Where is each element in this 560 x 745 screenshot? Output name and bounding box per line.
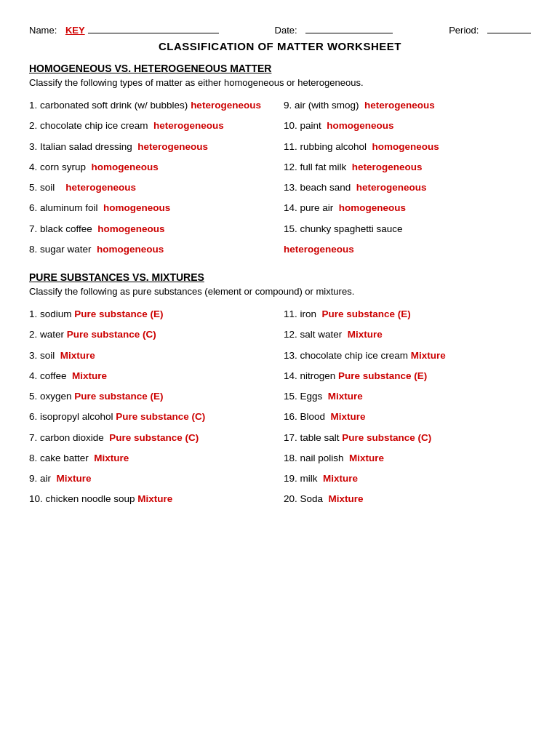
item-answer: heterogeneous bbox=[191, 100, 261, 111]
item-num: 5. soil bbox=[29, 182, 65, 193]
item-num: 20. Soda bbox=[284, 493, 329, 504]
list-item: 17. table salt Pure substance (C) bbox=[284, 428, 531, 448]
item-answer: homogeneous bbox=[339, 202, 406, 213]
list-item: 12. salt water Mixture bbox=[284, 324, 531, 345]
list-item: 3. Italian salad dressing heterogeneous bbox=[29, 137, 276, 157]
list-item: 7. carbon dioxide Pure substance (C) bbox=[29, 428, 276, 448]
item-num: 16. Blood bbox=[284, 411, 331, 422]
item-num: 1. carbonated soft drink (w/ bubbles) bbox=[29, 100, 191, 111]
item-num: 4. corn syrup bbox=[29, 162, 92, 172]
item-num: 17. table salt bbox=[284, 432, 342, 443]
item-answer: heterogeneous bbox=[65, 182, 136, 193]
item-num: 3. Italian salad dressing bbox=[29, 141, 137, 152]
item-answer: Pure substance (C) bbox=[109, 432, 199, 443]
item-answer: Mixture bbox=[349, 453, 384, 463]
date-underline bbox=[305, 22, 393, 33]
item-num: 12. salt water bbox=[284, 329, 348, 340]
item-num: 18. nail polish bbox=[284, 453, 349, 463]
list-item: 20. Soda Mixture bbox=[284, 489, 531, 509]
item-answer: homogeneous bbox=[372, 141, 439, 152]
item-answer: heterogeneous bbox=[284, 244, 354, 255]
item-answer: homogeneous bbox=[97, 223, 164, 234]
item-answer: Mixture bbox=[329, 493, 364, 504]
list-item: 11. iron Pure substance (E) bbox=[284, 304, 531, 324]
item-num: 4. coffee bbox=[29, 370, 72, 381]
list-item: 9. air Mixture bbox=[29, 469, 276, 489]
item-num: 14. pure air bbox=[284, 202, 339, 213]
page-title: CLASSIFICATION OF MATTER WORKSHEET bbox=[29, 40, 531, 52]
key-value: KEY bbox=[65, 25, 85, 36]
list-item: 6. isopropyl alcohol Pure substance (C) bbox=[29, 407, 276, 427]
item-num: 1. sodium bbox=[29, 308, 74, 319]
period-label: Period: bbox=[449, 25, 479, 36]
item-answer: Mixture bbox=[411, 350, 446, 361]
item-num: 9. air bbox=[29, 473, 57, 484]
item-answer: Mixture bbox=[331, 411, 366, 422]
item-answer: heterogeneous bbox=[356, 182, 427, 193]
item-answer: Mixture bbox=[137, 493, 172, 504]
item-num: 7. black coffee bbox=[29, 223, 97, 234]
period-underline bbox=[487, 22, 531, 33]
item-num: 9. air (with smog) bbox=[284, 100, 364, 111]
list-item: 13. beach sand heterogeneous bbox=[284, 178, 531, 198]
item-num: 2. water bbox=[29, 329, 67, 340]
item-answer: heterogeneous bbox=[137, 141, 208, 152]
item-answer: homogeneous bbox=[97, 244, 164, 255]
list-item: 7. black coffee homogeneous bbox=[29, 219, 276, 239]
item-num: 2. chocolate chip ice cream bbox=[29, 120, 153, 131]
item-answer: Pure substance (C) bbox=[342, 432, 431, 443]
item-num: 8. cake batter bbox=[29, 453, 94, 463]
list-item: 14. nitrogen Pure substance (E) bbox=[284, 366, 531, 386]
list-item: 15. chunky spaghetti sauce bbox=[284, 219, 531, 239]
name-label: Name: bbox=[29, 25, 57, 36]
section1-grid: 1. carbonated soft drink (w/ bubbles) he… bbox=[29, 95, 531, 260]
list-item: 15. Eggs Mixture bbox=[284, 386, 531, 407]
item-answer: Pure substance (E) bbox=[322, 308, 411, 319]
list-item: 5. oxygen Pure substance (E) bbox=[29, 386, 276, 407]
name-underline bbox=[88, 22, 219, 33]
item-answer: Mixture bbox=[323, 473, 358, 484]
item-answer: Pure substance (C) bbox=[116, 411, 205, 422]
item-answer: Mixture bbox=[94, 453, 129, 463]
list-item: 11. rubbing alcohol homogeneous bbox=[284, 137, 531, 157]
list-item: 12. full fat milk heterogeneous bbox=[284, 157, 531, 178]
list-item: 6. aluminum foil homogeneous bbox=[29, 198, 276, 218]
item-answer: heterogeneous bbox=[364, 100, 435, 111]
date-label: Date: bbox=[275, 25, 297, 36]
list-item: 4. corn syrup homogeneous bbox=[29, 157, 276, 178]
item-answer: homogeneous bbox=[92, 162, 159, 172]
item-num: 13. chocolate chip ice cream bbox=[284, 350, 411, 361]
item-num: 11. rubbing alcohol bbox=[284, 141, 372, 152]
item-num: 15. Eggs bbox=[284, 391, 328, 402]
list-item: 1. carbonated soft drink (w/ bubbles) he… bbox=[29, 95, 276, 116]
item-answer: Pure substance (E) bbox=[74, 308, 163, 319]
section1-subtitle: Classify the following types of matter a… bbox=[29, 77, 531, 88]
section2-grid: 1. sodium Pure substance (E) 2. water Pu… bbox=[29, 304, 531, 510]
section2-left: 1. sodium Pure substance (E) 2. water Pu… bbox=[29, 304, 276, 510]
item-num: 12. full fat milk bbox=[284, 162, 352, 172]
item-answer: homogeneous bbox=[103, 202, 170, 213]
item-answer: Pure substance (E) bbox=[74, 391, 163, 402]
item-answer: Mixture bbox=[348, 329, 383, 340]
item-answer: homogeneous bbox=[327, 120, 393, 131]
list-item: 16. Blood Mixture bbox=[284, 407, 531, 427]
item-num: 15. chunky spaghetti sauce bbox=[284, 223, 403, 234]
section2-right: 11. iron Pure substance (E) 12. salt wat… bbox=[284, 304, 531, 510]
item-num: 8. sugar water bbox=[29, 244, 97, 255]
header-row: Name: KEY Date: Period: bbox=[29, 22, 531, 36]
section1-left: 1. carbonated soft drink (w/ bubbles) he… bbox=[29, 95, 276, 260]
section2-subtitle: Classify the following as pure substance… bbox=[29, 286, 531, 297]
list-item: 5. soil heterogeneous bbox=[29, 178, 276, 198]
item-num: 3. soil bbox=[29, 350, 60, 361]
item-answer: heterogeneous bbox=[352, 162, 423, 172]
list-item: 14. pure air homogeneous bbox=[284, 198, 531, 218]
item-num: 19. milk bbox=[284, 473, 323, 484]
list-item: 4. coffee Mixture bbox=[29, 366, 276, 386]
section2-heading: PURE SUBSTANCES VS. MIXTURES bbox=[29, 271, 531, 283]
item-num: 13. beach sand bbox=[284, 182, 356, 193]
list-item: 10. chicken noodle soup Mixture bbox=[29, 489, 276, 509]
item-num: 10. paint bbox=[284, 120, 327, 131]
list-item: 8. cake batter Mixture bbox=[29, 448, 276, 469]
item-num: 5. oxygen bbox=[29, 391, 74, 402]
item-num: 10. chicken noodle soup bbox=[29, 493, 137, 504]
